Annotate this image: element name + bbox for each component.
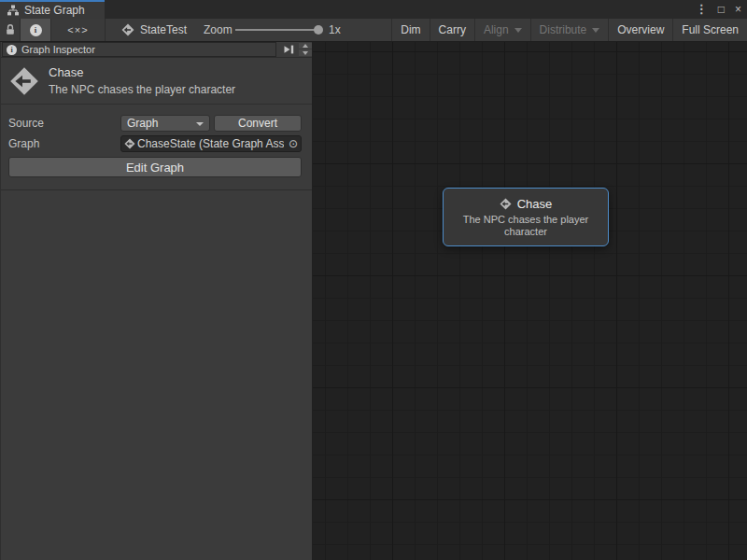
graph-inspector-panel: i Graph Inspector Chase The NPC chases t… — [0, 42, 313, 560]
graph-object-value: ChaseState (State Graph Ass — [137, 137, 284, 150]
align-dropdown-button[interactable]: Align — [474, 19, 530, 41]
full-screen-button-label: Full Screen — [682, 23, 739, 36]
zoom-label: Zoom — [204, 19, 233, 41]
dock-inspector-button[interactable] — [280, 43, 296, 56]
inspected-state-text: Chase The NPC chases the player characte… — [49, 65, 235, 96]
graph-breadcrumb-label: StateTest — [140, 23, 187, 36]
convert-button[interactable]: Convert — [214, 115, 302, 132]
info-icon: i — [30, 24, 42, 36]
zoom-slider-track — [235, 29, 317, 31]
graph-row: Graph ChaseState (State Graph Ass ⊙ — [1, 135, 312, 152]
inspector-header-bar: i Graph Inspector — [1, 42, 312, 58]
carry-button-label: Carry — [439, 23, 466, 36]
chase-state-node[interactable]: Chase The NPC chases the player characte… — [443, 188, 609, 246]
inspector-header[interactable]: i Graph Inspector — [2, 42, 276, 57]
inspected-state-header: Chase The NPC chases the player characte… — [1, 58, 312, 104]
graph-canvas[interactable]: Chase The NPC chases the player characte… — [313, 42, 747, 560]
collapse-right-icon — [282, 44, 295, 55]
divider — [1, 104, 312, 105]
distribute-button-label: Distribute — [540, 23, 587, 36]
triangle-up-icon — [303, 44, 308, 48]
carry-button[interactable]: Carry — [430, 19, 474, 41]
zoom-slider-handle[interactable] — [314, 25, 323, 35]
overview-button[interactable]: Overview — [608, 19, 672, 41]
lock-icon — [5, 23, 16, 36]
node-title: Chase — [517, 197, 553, 211]
tab-state-graph[interactable]: State Graph — [0, 0, 105, 19]
align-button-label: Align — [484, 23, 509, 36]
node-title-row: Chase — [444, 197, 608, 211]
graph-object-field[interactable]: ChaseState (State Graph Ass ⊙ — [120, 135, 302, 152]
state-icon — [500, 198, 512, 210]
state-title: Chase — [49, 65, 235, 79]
source-dropdown[interactable]: Graph — [120, 115, 210, 132]
state-icon — [121, 23, 134, 36]
edit-graph-button[interactable]: Edit Graph — [8, 157, 302, 177]
inspector-scroller — [299, 43, 312, 56]
state-graph-icon — [8, 66, 40, 96]
toolbar-right-group: Dim Carry Align Distribute Overview Full… — [391, 19, 747, 41]
info-icon: i — [7, 45, 17, 55]
tab-label: State Graph — [24, 4, 85, 17]
overview-button-label: Overview — [617, 23, 664, 36]
dim-button[interactable]: Dim — [391, 19, 429, 41]
object-picker-icon[interactable]: ⊙ — [286, 136, 301, 151]
distribute-dropdown-button[interactable]: Distribute — [530, 19, 609, 41]
source-dropdown-value: Graph — [127, 117, 158, 130]
graph-breadcrumb[interactable]: StateTest — [121, 19, 187, 41]
lock-button[interactable] — [0, 19, 20, 41]
state-graph-window: State Graph ⋮ □ × i <×> StateTest Zoom 1… — [0, 0, 747, 560]
graph-label: Graph — [8, 135, 39, 152]
inspector-toggle-button[interactable]: i — [20, 19, 51, 41]
window-controls: ⋮ □ × — [696, 0, 741, 19]
state-icon — [124, 138, 135, 149]
node-description: The NPC chases the player character — [444, 214, 608, 238]
code-preview-button[interactable]: <×> — [51, 19, 106, 41]
maximize-icon[interactable]: □ — [718, 0, 725, 19]
chevron-down-icon — [514, 28, 522, 33]
triangle-down-icon — [303, 51, 308, 55]
graph-toolbar: i <×> StateTest Zoom 1x Dim Carry Align — [0, 19, 747, 42]
chevron-down-icon — [196, 122, 204, 126]
state-description: The NPC chases the player character — [49, 83, 235, 96]
divider — [1, 189, 312, 190]
full-screen-button[interactable]: Full Screen — [672, 19, 747, 41]
zoom-slider[interactable] — [235, 19, 323, 41]
scroll-up-button[interactable] — [299, 43, 312, 49]
dim-button-label: Dim — [401, 23, 420, 36]
code-icon: <×> — [67, 24, 88, 35]
zoom-value: 1x — [329, 19, 341, 41]
source-row: Source Graph Convert — [1, 115, 312, 132]
state-graph-tab-icon — [7, 5, 20, 16]
tab-bar: State Graph ⋮ □ × — [0, 0, 747, 19]
chevron-down-icon — [592, 28, 599, 33]
inspector-title: Graph Inspector — [21, 44, 95, 55]
source-label: Source — [8, 115, 44, 132]
close-icon[interactable]: × — [735, 0, 741, 19]
scroll-down-button[interactable] — [299, 49, 312, 56]
window-menu-icon[interactable]: ⋮ — [696, 0, 708, 19]
